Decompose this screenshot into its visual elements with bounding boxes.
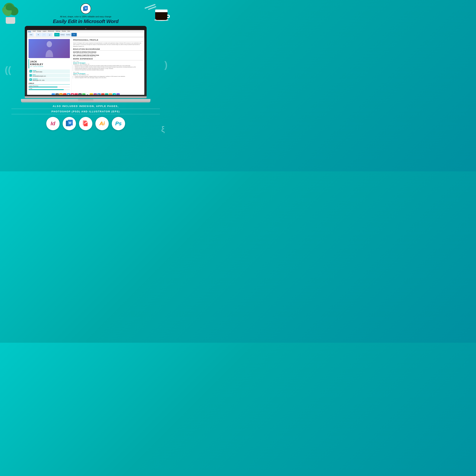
coffee-cup-decoration xyxy=(151,4,168,21)
dock-facetime[interactable]: 📹 xyxy=(82,93,85,95)
dock-calendar2[interactable]: 📅 xyxy=(93,93,97,95)
bullet-1-2: Obtained user data with analytics report… xyxy=(75,67,143,68)
dock-more[interactable]: ··· xyxy=(101,93,104,95)
work-role-2: Junior UX Designer xyxy=(73,73,143,74)
italic-btn[interactable]: I xyxy=(41,33,47,36)
dock-calendar[interactable]: 📅 xyxy=(63,93,67,95)
education-section-title: EDUCATION BACKGROUND xyxy=(73,48,143,51)
dock-safari[interactable]: 🧭 xyxy=(59,93,63,95)
svg-point-5 xyxy=(31,79,31,80)
plant-decoration xyxy=(0,0,22,24)
menu-home[interactable]: Home xyxy=(28,31,31,32)
resume-photo xyxy=(29,39,70,58)
skills-section: | SKILLS • Adobe Photoshop • HTML xyxy=(29,83,70,90)
contact-address: ADDRESS Washington DC, USA xyxy=(29,78,70,82)
divider-bottom xyxy=(11,114,160,114)
edu-detail-1: Year : 2012 / Stamford Community College… xyxy=(73,53,143,54)
paste-btn[interactable]: Paste xyxy=(28,33,34,36)
experience-section-title: WORK EXPERIENCE xyxy=(73,58,143,60)
title-style-btn[interactable]: Title xyxy=(71,33,77,36)
laptop-hinge xyxy=(25,96,147,98)
dock-launchpad[interactable]: 🚀 xyxy=(55,93,59,95)
phone-text: PHONE +123 45678 9000 xyxy=(33,70,42,72)
header-title: Easily Edit in Microsoft Word xyxy=(0,18,171,24)
menu-insert[interactable]: Insert xyxy=(33,31,36,32)
edu-item-2: BFA, HUMAN COMPUTER INTERACTION Year : 2… xyxy=(73,55,143,57)
normal-style-btn[interactable]: Normal xyxy=(54,33,60,36)
word-icon-circle-bottom: W xyxy=(63,117,76,130)
mac-dock: 🗂 🚀 🧭 📅 📝 💬 🎵 ⚙️ 📹 🗑 🌄 📅 🏪 ··· 🎶 📷 ☁️ 🎬 xyxy=(27,93,144,95)
dock-messages[interactable]: 💬 xyxy=(71,93,74,95)
resume-name-block: JACKKINGSLEY UX Designer xyxy=(29,59,70,68)
bullet-2-2: Carried out migration of 400+ static web… xyxy=(75,77,143,79)
bold-btn[interactable]: B xyxy=(36,33,41,36)
dock-photos[interactable]: 🌄 xyxy=(90,93,93,95)
laptop-camera xyxy=(85,28,86,29)
dock-finder[interactable]: 🗂 xyxy=(51,93,55,95)
indesign-label: Id xyxy=(51,120,55,127)
dock-notes[interactable]: 📝 xyxy=(67,93,70,95)
indesign-icon-circle: Id xyxy=(46,117,60,130)
photoshop-label: Ps xyxy=(115,120,122,127)
menu-references[interactable]: References xyxy=(48,31,54,32)
deco-c-right: ) xyxy=(164,60,168,69)
svg-text:W: W xyxy=(85,7,87,9)
phone-icon xyxy=(30,70,32,72)
laptop-base xyxy=(21,99,151,102)
menu-mailings[interactable]: Mailings xyxy=(56,31,60,32)
dock-cloud[interactable]: ☁️ xyxy=(113,93,116,95)
dock-settings[interactable]: ⚙️ xyxy=(78,93,82,95)
skills-heading: | SKILLS xyxy=(29,83,70,85)
resume-right-column: PROFESSIONAL PROFILE Senior UX designer … xyxy=(72,37,144,93)
work-role-1: Senior UX Designer xyxy=(73,62,143,64)
edu-degree-2: BFA, HUMAN COMPUTER INTERACTION xyxy=(73,55,143,56)
illustrator-icon-circle: Ai xyxy=(95,117,109,130)
menu-review[interactable]: Review xyxy=(62,31,66,32)
ribbon-styles-group: Normal Heading 1 Heading 2 Title xyxy=(54,33,78,36)
work-item-2: 2015 - 2018 Junior UX Designer Rillian I… xyxy=(73,72,143,79)
word-icon-bottom: W xyxy=(66,120,73,127)
phone-icon-box xyxy=(30,70,32,72)
menu-design[interactable]: Design xyxy=(37,31,41,32)
photoshop-icon-circle: Ps xyxy=(112,117,125,130)
resume-job-title: UX Designer xyxy=(30,66,70,67)
word-icon-circle: W xyxy=(81,3,91,14)
svg-text:W: W xyxy=(68,121,72,124)
dock-media[interactable]: 🎬 xyxy=(116,93,120,95)
dock-music[interactable]: 🎵 xyxy=(74,93,78,95)
menu-layout[interactable]: Layout xyxy=(43,31,47,32)
pages-icon-circle xyxy=(79,117,92,130)
ribbon-paste-group: Paste xyxy=(28,33,34,36)
edu-detail-2: Year : 2012 / Stamford Community College… xyxy=(73,56,143,57)
underline-btn[interactable]: U xyxy=(47,33,52,36)
dock-photos2[interactable]: 📷 xyxy=(109,93,112,95)
heading1-style-btn[interactable]: Heading 1 xyxy=(60,33,65,36)
laptop-screen-inner: Home Insert Design Layout References Mai… xyxy=(27,30,144,95)
toolbar-ribbon: Paste B I U Normal Heading 1 Heading 2 T… xyxy=(28,33,144,37)
contact-phone: PHONE +123 45678 9000 xyxy=(29,69,70,73)
pages-icon xyxy=(82,120,89,127)
email-text: EMAIL example@example.com xyxy=(33,74,46,77)
resume-left-column: JACKKINGSLEY UX Designer PHONE +123 4567… xyxy=(27,37,72,93)
location-icon xyxy=(30,79,32,80)
header-section: W All text, shape, color is 100% editabl… xyxy=(0,0,171,24)
word-icon: W xyxy=(83,6,88,12)
dock-store[interactable]: 🏪 xyxy=(97,93,101,95)
work-bullets-1: Promoted to Senior UX Designer by focusi… xyxy=(75,65,143,71)
word-toolbar: Home Insert Design Layout References Mai… xyxy=(27,30,144,37)
heading2-style-btn[interactable]: Heading 2 xyxy=(66,33,71,36)
skill-html: • HTML xyxy=(29,88,70,90)
profile-text: Senior UX designer with 5+years experien… xyxy=(73,42,143,47)
bottom-section: ALSO INCLUDED INDESIGN, APPLE PAGES, PHO… xyxy=(0,102,171,131)
laptop-screen-outer: Home Insert Design Layout References Mai… xyxy=(25,26,147,96)
work-bullets-2: Created visual design prototypes, design… xyxy=(75,76,143,79)
illustrator-label: Ai xyxy=(99,120,105,127)
skill-photoshop: • Adobe Photoshop xyxy=(29,85,70,87)
toolbar-menu: Home Insert Design Layout References Mai… xyxy=(28,31,144,32)
menu-view[interactable]: View xyxy=(68,31,70,32)
dock-music2[interactable]: 🎶 xyxy=(105,93,108,95)
dock-trash[interactable]: 🗑 xyxy=(86,93,89,95)
included-line-2: PHOTOSHOP (PSD) AND ILLUSTRATOR (EPS) xyxy=(4,110,168,113)
resume-name: JACKKINGSLEY xyxy=(30,60,70,66)
work-company-1: Pearlite Inc., San Francisco, CA xyxy=(73,64,143,65)
